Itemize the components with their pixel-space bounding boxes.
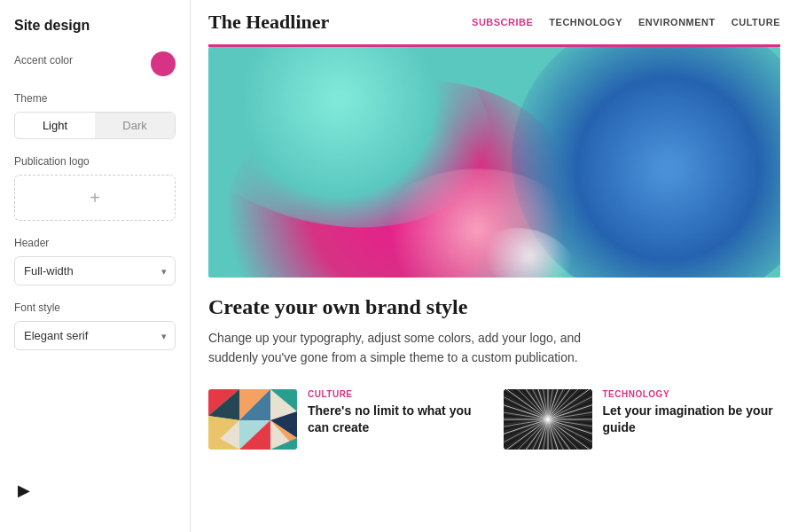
cursor-icon: ▶ [18,481,30,500]
accent-color-row: Accent color [14,51,176,76]
nav-technology[interactable]: TECHNOLOGY [549,17,622,27]
right-panel: The Headliner SUBSCRIBE TECHNOLOGY ENVIR… [191,0,798,532]
card-2-content: TECHNOLOGY Let your imagination be your … [603,389,781,450]
hero-image [208,47,780,278]
card-1-category: CULTURE [308,389,486,399]
theme-label: Theme [14,92,176,105]
card-2-image [504,389,592,450]
card-2-canvas [504,389,592,450]
content-headline: Create your own brand style [208,295,780,319]
nav-environment[interactable]: ENVIRONMENT [638,17,716,27]
card-1: CULTURE There's no limit to what you can… [208,389,486,450]
site-name: The Headliner [208,11,472,34]
pub-logo-section: Publication logo + [14,155,176,221]
card-2-category: TECHNOLOGY [603,389,781,399]
theme-toggle: Light Dark [14,112,176,139]
hero-canvas [208,47,780,278]
plus-icon: + [90,188,100,208]
theme-dark-button[interactable]: Dark [95,113,175,138]
font-select[interactable]: Elegant serif Modern sans Classic mono [14,321,176,350]
header-select-wrapper: Full-width Centered Minimal ▾ [14,256,176,286]
font-select-wrapper: Elegant serif Modern sans Classic mono ▾ [14,321,176,350]
content-area: Create your own brand style Change up yo… [191,278,798,382]
left-panel: Site design Accent color Theme Light Dar… [0,0,191,532]
preview-nav: The Headliner SUBSCRIBE TECHNOLOGY ENVIR… [191,0,798,44]
accent-color-label: Accent color [14,54,73,66]
font-style-label: Font style [14,301,176,314]
header-select[interactable]: Full-width Centered Minimal [14,256,176,286]
theme-section: Theme Light Dark [14,92,176,139]
card-1-canvas [208,389,297,450]
card-1-image [208,389,297,450]
nav-subscribe[interactable]: SUBSCRIBE [472,17,533,27]
pub-logo-label: Publication logo [14,155,176,168]
content-body: Change up your typography, adjust some c… [208,328,581,368]
font-style-section: Font style Elegant serif Modern sans Cla… [14,301,176,350]
site-design-title: Site design [14,18,176,34]
nav-culture[interactable]: CULTURE [732,17,780,27]
card-1-content: CULTURE There's no limit to what you can… [308,389,486,450]
nav-links: SUBSCRIBE TECHNOLOGY ENVIRONMENT CULTURE [472,17,780,27]
logo-upload-box[interactable]: + [14,175,176,221]
accent-color-swatch[interactable] [151,51,176,76]
card-1-title: There's no limit to what you can create [308,403,486,437]
header-section: Header Full-width Centered Minimal ▾ [14,237,176,286]
theme-light-button[interactable]: Light [15,113,95,138]
header-label: Header [14,237,176,249]
card-2-title: Let your imagination be your guide [603,403,781,437]
card-grid: CULTURE There's no limit to what you can… [191,382,798,467]
cursor-area: ▶ [14,372,176,514]
card-2: TECHNOLOGY Let your imagination be your … [504,389,781,450]
